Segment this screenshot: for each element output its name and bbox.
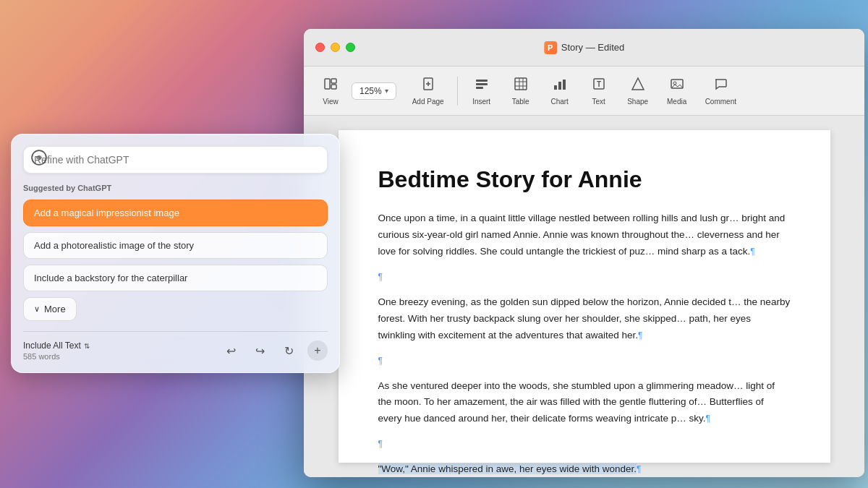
footer-left: Include All Text ⇅ 585 words: [23, 341, 90, 361]
insert-icon: [475, 77, 489, 95]
chart-icon: [553, 77, 567, 95]
svg-marker-19: [632, 78, 644, 90]
zoom-value: 125%: [359, 86, 382, 96]
app-icon: P: [544, 41, 557, 54]
svg-rect-8: [476, 87, 483, 89]
insert-label: Insert: [472, 98, 490, 106]
media-label: Media: [667, 98, 686, 106]
table-label: Table: [512, 98, 529, 106]
paragraph-2: One breezy evening, as the golden sun di…: [378, 294, 791, 344]
toolbar-media[interactable]: Media: [659, 72, 695, 110]
text-label: Text: [592, 98, 605, 106]
comment-label: Comment: [705, 98, 736, 106]
toolbar-view[interactable]: View: [312, 72, 349, 110]
svg-rect-1: [331, 79, 336, 83]
toolbar-chart[interactable]: Chart: [542, 72, 578, 110]
chart-label: Chart: [550, 98, 568, 106]
suggested-label: Suggested by ChatGPT: [23, 184, 328, 192]
chatgpt-search-input[interactable]: [34, 154, 317, 166]
add-button[interactable]: +: [307, 341, 328, 361]
media-icon: [670, 77, 684, 95]
include-all-text[interactable]: Include All Text ⇅: [23, 341, 90, 351]
para-mark-empty-3: ¶: [378, 439, 383, 449]
paragraph-empty-1: ¶: [378, 269, 791, 286]
toolbar-shape[interactable]: Shape: [620, 72, 656, 110]
para-mark-2: ¶: [638, 330, 642, 341]
para-mark-empty-2: ¶: [378, 356, 383, 366]
svg-rect-9: [515, 78, 527, 90]
title-bar: P Story — Edited: [304, 29, 864, 67]
shape-icon: [631, 77, 645, 95]
svg-rect-6: [476, 80, 488, 82]
chatgpt-panel: Suggested by ChatGPT Add a magical impre…: [11, 134, 340, 373]
paragraph-4: "Wow," Annie whispered in awe, her eyes …: [378, 461, 791, 477]
window-title: Story — Edited: [561, 42, 624, 53]
add-page-icon: [421, 77, 435, 95]
svg-rect-2: [331, 85, 336, 89]
svg-text:T: T: [597, 80, 601, 88]
word-count: 585 words: [23, 352, 90, 361]
paragraph-1: Once upon a time, in a quaint little vil…: [378, 210, 791, 260]
comment-icon: [713, 77, 728, 95]
shape-label: Shape: [627, 98, 648, 106]
svg-rect-16: [563, 80, 566, 90]
toolbar-divider-1: [457, 77, 458, 106]
more-button[interactable]: ∨ More: [23, 297, 77, 321]
toolbar-table[interactable]: Table: [503, 72, 539, 110]
para-mark-4: ¶: [637, 464, 641, 474]
para-mark-1: ¶: [750, 247, 754, 257]
toolbar-text[interactable]: T Text: [581, 72, 617, 110]
document-page: Bedtime Story for Annie Once upon a time…: [339, 130, 830, 463]
view-label: View: [323, 98, 339, 106]
table-icon: [514, 77, 528, 95]
suggestion-button-1[interactable]: Add a magical impressionist image: [23, 200, 328, 226]
chatgpt-logo-svg: [31, 150, 47, 166]
title-bar-center: P Story — Edited: [544, 41, 624, 54]
traffic-lights: [315, 43, 355, 52]
maximize-button[interactable]: [346, 43, 355, 52]
pages-window: P Story — Edited View 125%: [304, 29, 864, 477]
footer-actions: ↩ ↪ ↻ +: [221, 341, 328, 361]
toolbar: View 125% Add Page: [304, 67, 864, 116]
svg-rect-14: [554, 85, 557, 90]
toolbar-add-page[interactable]: Add Page: [405, 72, 451, 110]
document-area: Bedtime Story for Annie Once upon a time…: [304, 116, 864, 477]
chevron-down-icon: ∨: [34, 304, 40, 314]
undo-button[interactable]: ↩: [221, 341, 241, 361]
refresh-button[interactable]: ↻: [278, 341, 299, 361]
paragraph-empty-2: ¶: [378, 353, 791, 369]
svg-rect-15: [558, 82, 561, 90]
chatgpt-search-bar[interactable]: [23, 146, 328, 174]
svg-rect-7: [476, 83, 488, 85]
text-icon: T: [592, 77, 606, 95]
close-button[interactable]: [315, 43, 325, 52]
minimize-button[interactable]: [331, 43, 340, 52]
document-title: Bedtime Story for Annie: [378, 166, 791, 193]
suggestion-button-3[interactable]: Include a backstory for the caterpillar: [23, 265, 328, 291]
toolbar-comment[interactable]: Comment: [698, 72, 744, 110]
svg-rect-0: [325, 79, 330, 89]
view-icon: [323, 77, 338, 95]
suggestion-button-2[interactable]: Add a photorealistic image of the story: [23, 232, 328, 259]
highlighted-text: "Wow," Annie whispered in awe, her eyes …: [378, 463, 637, 474]
para-mark-empty-1: ¶: [378, 272, 383, 282]
paragraph-empty-3: ¶: [378, 436, 791, 453]
para-mark-3: ¶: [706, 414, 710, 424]
panel-footer: Include All Text ⇅ 585 words ↩ ↪ ↻ +: [23, 331, 328, 361]
zoom-control[interactable]: 125%: [352, 82, 396, 100]
redo-button[interactable]: ↪: [250, 341, 270, 361]
paragraph-3: As she ventured deeper into the woods, s…: [378, 378, 791, 428]
add-page-label: Add Page: [412, 98, 444, 106]
include-arrow-icon: ⇅: [84, 342, 90, 350]
toolbar-insert[interactable]: Insert: [464, 72, 500, 110]
